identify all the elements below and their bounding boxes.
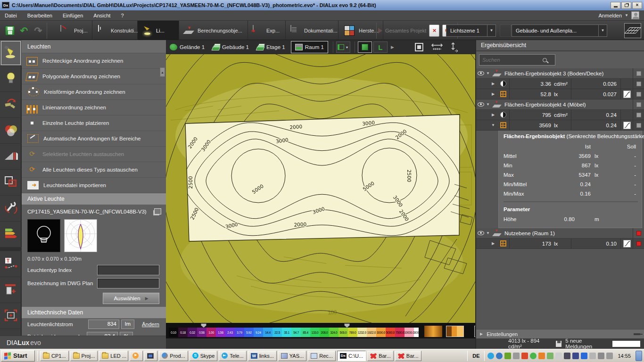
scene-tab-gebaeude[interactable]: Gebäude 1 — [208, 40, 253, 54]
expand-icon[interactable]: ▶ — [489, 241, 497, 246]
sign-in-link[interactable]: Anmelden — [599, 13, 622, 18]
result-row[interactable]: ▶ 173lx 0.10 — [476, 239, 644, 249]
mode-tab-export[interactable]: Exp... — [248, 21, 286, 40]
view-3d-button[interactable] — [358, 41, 372, 53]
collapse-icon[interactable]: ▼ — [484, 231, 492, 235]
settings-section[interactable]: ▶ Einstellungen — [476, 329, 644, 338]
light-scene-caret-icon[interactable]: ▼ — [487, 25, 496, 37]
falsecolor-smooth-button[interactable] — [424, 326, 442, 337]
language-indicator[interactable]: DE — [471, 353, 481, 359]
action-swap-all[interactable]: ⟳Alle Leuchten dieses Typs austauschen — [22, 162, 166, 178]
tray-telegram-icon[interactable] — [487, 353, 494, 359]
luminaire-polar-diagram[interactable] — [64, 219, 97, 252]
scene-tab-etage[interactable]: Etage 1 — [253, 40, 289, 54]
sign-in-caret-icon[interactable]: ▼ — [625, 13, 628, 17]
avatar[interactable] — [631, 11, 639, 19]
taskbar-button-recorder-rec[interactable]: Rec... — [308, 351, 336, 361]
tray-volume-icon[interactable] — [606, 353, 613, 359]
search-input[interactable] — [479, 57, 543, 63]
tool-dimming-button[interactable] — [0, 144, 22, 170]
mode-tab-construction[interactable]: Konstrukti... — [92, 21, 138, 40]
visibility-eye-icon[interactable] — [478, 102, 484, 107]
taskbar-button-skype-skype[interactable]: SSkype — [190, 351, 218, 361]
tool-section-button[interactable] — [0, 277, 22, 303]
scene-tab-raum[interactable]: Raum 1 — [291, 41, 328, 53]
result-row[interactable]: ▶ 795cd/m² 0.24 — [476, 110, 644, 120]
menu-ansicht[interactable]: Ansicht — [93, 13, 110, 18]
action-circle-array[interactable]: Kreisförmige Anordnung zeichnen — [22, 84, 166, 100]
mode-tab-calc-objects[interactable]: Berechnungsobje... — [179, 21, 248, 40]
expand-icon[interactable]: ▶ — [489, 92, 497, 96]
taskbar-button-firefox-prod[interactable]: Prod... — [159, 351, 188, 361]
tray-bluetooth-icon[interactable] — [581, 353, 587, 359]
tool-orientation-button[interactable] — [0, 92, 22, 118]
mode-tab-project[interactable]: Proj... — [56, 21, 92, 40]
tray-updates-icon[interactable] — [530, 353, 537, 359]
view-plane-button[interactable] — [624, 23, 641, 38]
collapse-icon[interactable]: ▼ — [489, 123, 497, 127]
taskbar-button-dialux-cu[interactable]: DxC:\U... — [337, 351, 366, 361]
save-button[interactable] — [3, 24, 17, 38]
change-link[interactable]: Ändern — [142, 321, 159, 327]
result-row[interactable]: ▶ 3.36cd/m² 0.026 — [476, 79, 644, 89]
scene-tab-gelaende[interactable]: Gelände 1 — [166, 40, 208, 54]
tray-java-icon[interactable] — [538, 353, 545, 359]
menu-datei[interactable]: Datei — [5, 13, 17, 18]
clock[interactable]: 14:55 — [615, 353, 634, 359]
tray-antivirus-icon[interactable] — [521, 353, 528, 359]
settings-expand-icon[interactable]: ▶ — [480, 332, 483, 336]
isoline-icon[interactable] — [623, 90, 631, 98]
isoline-icon[interactable] — [623, 122, 631, 129]
cad-viewport[interactable]: 1002000300030002000200030002500250030002… — [166, 54, 475, 323]
tray-usb-icon[interactable] — [513, 353, 520, 359]
color-marker[interactable] — [636, 82, 641, 86]
tray-task-ok-icon[interactable] — [547, 353, 553, 359]
action-rect-array[interactable]: Rechteckige Anordnung zeichnen — [22, 53, 166, 69]
select-luminaire-button[interactable]: Auswählen▶ — [103, 293, 159, 304]
planning-scope-select[interactable]: Gebäude- und Außenpla... — [512, 25, 599, 37]
taskbar-button-paint-bar[interactable]: Bar... — [395, 351, 421, 361]
color-marker[interactable] — [636, 71, 641, 76]
taskbar-button-telegram-tele[interactable]: Tele... — [219, 351, 246, 361]
tool-text-label-button[interactable]: T — [0, 251, 22, 277]
menu-help[interactable]: ? — [121, 13, 124, 18]
tray-print-error-icon[interactable] — [589, 353, 596, 359]
menu-einfuegen[interactable]: Einfügen — [63, 13, 83, 18]
tool-light-color-button[interactable] — [0, 118, 22, 144]
pin-icon[interactable] — [634, 333, 640, 335]
visibility-eye-icon[interactable] — [478, 71, 484, 75]
minimize-button[interactable] — [611, 2, 620, 9]
redo-button[interactable]: ↷ — [31, 24, 45, 38]
floorplan-view-button[interactable]: ▼ — [336, 41, 350, 53]
taskbar-button-paint-bar[interactable]: Bar... — [367, 351, 394, 361]
light-scene-select[interactable]: Lichtszene 1 — [446, 25, 487, 37]
luminaire-photo[interactable] — [27, 219, 60, 252]
mode-tab-documentation[interactable]: Dokumentati... — [286, 21, 339, 40]
mode-tab-light[interactable]: Li... — [138, 21, 179, 40]
legend-upper-handle[interactable] — [344, 323, 350, 328]
result-row[interactable]: ▶ 52.8lx 0.027 — [476, 89, 644, 99]
color-marker[interactable] — [636, 113, 641, 117]
undo-button[interactable]: ↶ — [17, 24, 31, 38]
result-group-nutzebene[interactable]: ▼ Nutzebene (Raum 1) — [476, 228, 644, 239]
cancel-calculation-button[interactable]: × — [429, 25, 439, 37]
tool-lamps-button[interactable] — [0, 66, 22, 92]
taskbar-button-photo-app-yas[interactable]: YAS... — [278, 351, 306, 361]
tray-display-icon[interactable] — [572, 353, 579, 359]
messages-label[interactable]: 5 neue Meldungen — [565, 338, 608, 349]
taskbar-button-folder-led[interactable]: LED ... — [99, 351, 128, 361]
tool-luminaires-button[interactable] — [0, 40, 22, 66]
color-marker[interactable] — [636, 92, 641, 97]
action-poly-array[interactable]: Polygonale Anordnung zeichnen — [22, 69, 166, 84]
restore-button[interactable] — [621, 2, 631, 9]
tray-nvidia-icon[interactable] — [504, 353, 511, 359]
result-group-boden-decke[interactable]: ▼ Flächen-Ergebnisobjekt 3 (Boden/Decke) — [476, 68, 644, 79]
collapse-icon[interactable]: ▼ — [484, 71, 492, 75]
result-row-expanded[interactable]: ▼ 3569lx 0.24 — [476, 120, 644, 131]
action-auto-wand[interactable]: Automatische Anordnungen für Bereiche — [22, 131, 166, 147]
measure-height-icon[interactable] — [451, 42, 459, 52]
type-index-input[interactable] — [97, 265, 159, 275]
color-marker[interactable] — [636, 231, 641, 236]
falsecolor-stepped-button[interactable] — [446, 326, 464, 337]
taskbar-button-folder-cp[interactable]: CP1... — [40, 351, 69, 361]
